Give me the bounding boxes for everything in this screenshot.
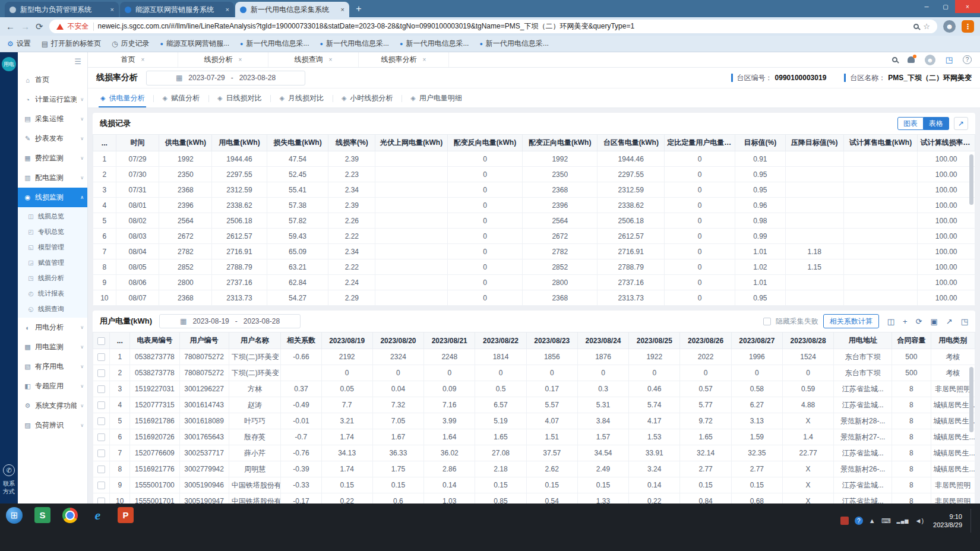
link-cell[interactable]: 1555001701 <box>130 493 179 504</box>
table-row[interactable]: 508/0225642506.1857.822.26025642506.1800… <box>93 213 975 229</box>
bookmark-item[interactable]: ●新一代用电信息采... <box>240 39 309 49</box>
sidebar-subitem[interactable]: ◫线损总览 <box>18 208 87 224</box>
link-cell[interactable]: 1519227031 <box>130 381 179 397</box>
table-row[interactable]: 307/3123682312.5955.412.34023682312.5900… <box>93 182 975 198</box>
back-icon[interactable]: ← <box>6 21 15 31</box>
table-row[interactable]: 107/2919921944.4647.542.39019921944.4600… <box>93 151 975 167</box>
sidebar-subitem[interactable]: ◲赋值管理 <box>18 255 87 270</box>
link-cell[interactable]: 3001614743 <box>179 397 229 413</box>
sidebar-item[interactable]: ▥配电监测∨ <box>18 168 87 188</box>
date-end[interactable]: 2023-08-28 <box>244 317 280 325</box>
row-checkbox[interactable] <box>97 449 105 457</box>
sidebar-item[interactable]: ▤采集运维∨ <box>18 109 87 129</box>
bookmark-item[interactable]: ⚙设置 <box>7 39 31 49</box>
table-row[interactable]: 315192270313001296227方林0.370.050.040.090… <box>93 381 975 397</box>
start-button[interactable]: ⊞ <box>6 507 23 524</box>
fullscreen-icon[interactable]: ◳ <box>946 55 953 64</box>
save-icon[interactable]: ▣ <box>931 317 938 326</box>
add-icon[interactable]: + <box>903 317 908 326</box>
link-cell[interactable]: 1516921786 <box>130 413 179 429</box>
sidebar-subitem[interactable]: ◳线损分析 <box>18 270 87 286</box>
link-cell[interactable]: 3005190946 <box>179 477 229 493</box>
row-checkbox[interactable] <box>97 369 105 377</box>
app-tab[interactable]: 线损查询× <box>268 52 359 67</box>
link-cell[interactable]: 0538273778 <box>130 365 179 381</box>
user-avatar-icon[interactable]: ☻ <box>925 55 935 65</box>
table-row[interactable]: 715207766093002537717薛小芹-0.7634.1336.333… <box>93 445 975 461</box>
sidebar-item[interactable]: ◉线损监测∧ <box>18 188 87 207</box>
help-icon[interactable]: ? <box>963 55 972 64</box>
bookmark-item[interactable]: ●新一代用电信息采... <box>400 39 469 49</box>
subtab[interactable]: ◈小时线损分析 <box>333 88 402 107</box>
zoom-icon[interactable] <box>913 24 919 29</box>
row-checkbox[interactable] <box>97 401 105 409</box>
sidebar-item[interactable]: ✎抄表发布∨ <box>18 129 87 148</box>
sidebar-item[interactable]: ▨负荷辨识∨ <box>18 416 87 435</box>
app-tab[interactable]: 线损率分析× <box>359 52 449 67</box>
link-cell[interactable]: 3002779942 <box>179 461 229 477</box>
link-cell[interactable]: 7808075272 <box>179 365 229 381</box>
close-button[interactable]: × <box>955 0 980 13</box>
sidebar-item[interactable]: ⌂首页 <box>18 70 87 90</box>
bookmark-item[interactable]: ◷历史记录 <box>112 39 149 49</box>
sidebar-subitem[interactable]: ◵线损查询 <box>18 301 87 316</box>
tab-close-icon[interactable]: × <box>423 56 426 63</box>
browser-tab[interactable]: 新型电力负荷管理系统× <box>5 2 119 17</box>
tab-close-icon[interactable]: × <box>239 56 242 63</box>
table-row[interactable]: 615169207263001765643殷存英-0.71.741.671.64… <box>93 429 975 445</box>
row-checkbox[interactable] <box>97 482 105 489</box>
chrome-icon[interactable] <box>62 508 78 523</box>
select-all-checkbox[interactable] <box>97 337 105 345</box>
wps-icon[interactable]: S <box>34 507 50 523</box>
sidebar-item[interactable]: ◧专题应用∨ <box>18 376 87 396</box>
tray-help-icon[interactable]: ? <box>855 517 863 525</box>
row-checkbox[interactable] <box>97 466 105 473</box>
link-cell[interactable]: 3001296227 <box>179 381 229 397</box>
date-range-picker[interactable]: ▦ 2023-07-29 - 2023-08-28 <box>146 71 305 86</box>
app-tab[interactable]: 首页× <box>88 52 178 67</box>
bookmark-star-icon[interactable]: ☆ <box>923 22 930 31</box>
row-checkbox[interactable] <box>97 417 105 425</box>
sidebar-subitem[interactable]: ◰专职总览 <box>18 224 87 239</box>
table-row[interactable]: 1008/0723682313.7354.272.29023682313.730… <box>93 290 975 306</box>
link-cell[interactable]: 3001765643 <box>179 429 229 445</box>
sidebar-item[interactable]: ▧有序用电∨ <box>18 357 87 376</box>
row-checkbox[interactable] <box>97 385 105 393</box>
table-row[interactable]: 415207773153001614743赵涛-0.497.77.327.166… <box>93 397 975 413</box>
table-row[interactable]: 205382737787808075272下坝(二)环美变0000000000东… <box>93 365 975 381</box>
sidebar-item[interactable]: ◔计量运行监测∨ <box>18 90 87 109</box>
link-cell[interactable]: 1516920726 <box>130 429 179 445</box>
sidebar-subitem[interactable]: ◱模型管理 <box>18 239 87 255</box>
table-row[interactable]: 808/0528522788.7963.212.22028522788.7901… <box>93 259 975 275</box>
table-scrollbar[interactable] <box>969 367 973 432</box>
tab-close-icon[interactable]: × <box>226 6 229 13</box>
link-cell[interactable]: 1520777315 <box>130 397 179 413</box>
date-end[interactable]: 2023-08-28 <box>239 74 276 82</box>
browser-tab[interactable]: 新一代用电信息采集系统× <box>235 2 349 17</box>
link-cell[interactable]: 3005190947 <box>179 493 229 504</box>
subtab[interactable]: ◈供电量分析 <box>91 88 153 107</box>
table-row[interactable]: 1015550017013005190947中国铁塔股份有...-0.170.2… <box>93 493 975 504</box>
bookmark-item[interactable]: ●能源互联网营销服... <box>160 39 229 49</box>
sidebar-item[interactable]: ▩用电监测∨ <box>18 337 87 357</box>
table-row[interactable]: 908/0628002737.1662.842.24028002737.1601… <box>93 275 975 290</box>
new-tab-button[interactable]: + <box>350 2 367 16</box>
fullscreen-icon[interactable]: ◳ <box>961 317 968 326</box>
sidebar-collapse-icon[interactable]: ☰ <box>74 57 81 66</box>
link-cell[interactable]: 1516921776 <box>130 461 179 477</box>
table-row[interactable]: 815169217763002779942周明慧-0.391.741.752.8… <box>93 461 975 477</box>
sidebar-item[interactable]: ▦费控监测∨ <box>18 148 87 168</box>
bookmark-item[interactable]: ▤打开新的标签页 <box>42 39 101 49</box>
tray-up-arrow-icon[interactable]: ▲ <box>869 517 875 524</box>
row-checkbox[interactable] <box>97 353 105 361</box>
tab-close-icon[interactable]: × <box>141 56 145 63</box>
link-cell[interactable]: 1520776609 <box>130 445 179 461</box>
row-checkbox[interactable] <box>97 433 105 441</box>
tab-close-icon[interactable]: × <box>341 6 344 13</box>
tray-volume-icon[interactable]: ◄) <box>915 517 924 524</box>
tab-close-icon[interactable]: × <box>329 56 333 63</box>
subtab[interactable]: ◈日线损对比 <box>208 88 270 107</box>
link-cell[interactable]: 3002537717 <box>179 445 229 461</box>
app-tab[interactable]: 线损分析× <box>178 52 268 67</box>
correlation-calc-button[interactable]: 相关系数计算 <box>823 314 879 328</box>
